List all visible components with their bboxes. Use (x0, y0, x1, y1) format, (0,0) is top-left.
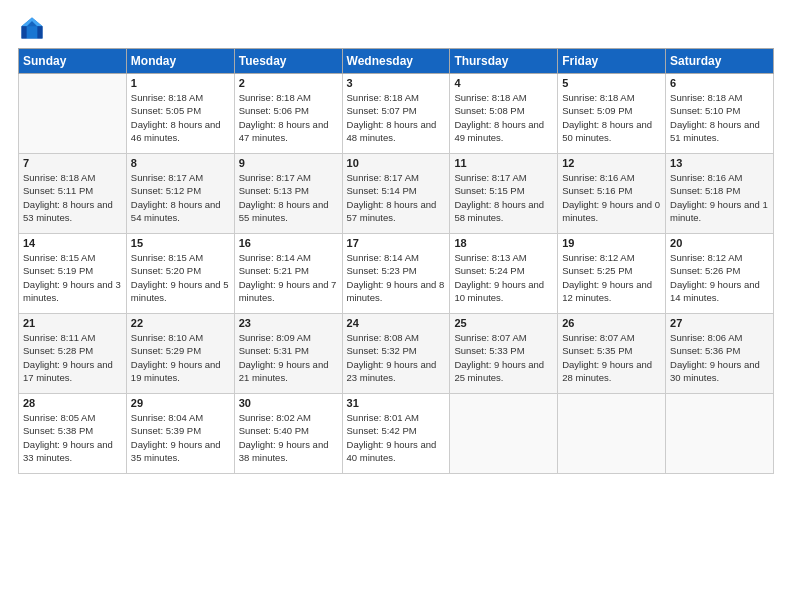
calendar-cell-r0-c2: 2Sunrise: 8:18 AMSunset: 5:06 PMDaylight… (234, 74, 342, 154)
cell-info: Sunrise: 8:04 AMSunset: 5:39 PMDaylight:… (131, 411, 230, 464)
cell-info: Sunrise: 8:16 AMSunset: 5:16 PMDaylight:… (562, 171, 661, 224)
cell-info: Sunrise: 8:18 AMSunset: 5:07 PMDaylight:… (347, 91, 446, 144)
cell-info: Sunrise: 8:18 AMSunset: 5:11 PMDaylight:… (23, 171, 122, 224)
day-number: 28 (23, 397, 122, 409)
cell-info: Sunrise: 8:14 AMSunset: 5:23 PMDaylight:… (347, 251, 446, 304)
calendar-cell-r0-c0 (19, 74, 127, 154)
day-number: 4 (454, 77, 553, 89)
day-number: 17 (347, 237, 446, 249)
cell-info: Sunrise: 8:15 AMSunset: 5:20 PMDaylight:… (131, 251, 230, 304)
calendar-cell-r0-c5: 5Sunrise: 8:18 AMSunset: 5:09 PMDaylight… (558, 74, 666, 154)
weekday-header-wednesday: Wednesday (342, 49, 450, 74)
weekday-header-friday: Friday (558, 49, 666, 74)
calendar-cell-r3-c4: 25Sunrise: 8:07 AMSunset: 5:33 PMDayligh… (450, 314, 558, 394)
calendar-cell-r1-c2: 9Sunrise: 8:17 AMSunset: 5:13 PMDaylight… (234, 154, 342, 234)
cell-info: Sunrise: 8:07 AMSunset: 5:33 PMDaylight:… (454, 331, 553, 384)
weekday-header-thursday: Thursday (450, 49, 558, 74)
calendar-row-0: 1Sunrise: 8:18 AMSunset: 5:05 PMDaylight… (19, 74, 774, 154)
day-number: 19 (562, 237, 661, 249)
cell-info: Sunrise: 8:08 AMSunset: 5:32 PMDaylight:… (347, 331, 446, 384)
svg-marker-2 (37, 26, 42, 38)
day-number: 1 (131, 77, 230, 89)
calendar-cell-r4-c1: 29Sunrise: 8:04 AMSunset: 5:39 PMDayligh… (126, 394, 234, 474)
calendar-row-3: 21Sunrise: 8:11 AMSunset: 5:28 PMDayligh… (19, 314, 774, 394)
calendar-table: SundayMondayTuesdayWednesdayThursdayFrid… (18, 48, 774, 474)
cell-info: Sunrise: 8:10 AMSunset: 5:29 PMDaylight:… (131, 331, 230, 384)
calendar-cell-r1-c3: 10Sunrise: 8:17 AMSunset: 5:14 PMDayligh… (342, 154, 450, 234)
calendar-cell-r2-c4: 18Sunrise: 8:13 AMSunset: 5:24 PMDayligh… (450, 234, 558, 314)
day-number: 22 (131, 317, 230, 329)
calendar-cell-r4-c3: 31Sunrise: 8:01 AMSunset: 5:42 PMDayligh… (342, 394, 450, 474)
calendar-cell-r3-c0: 21Sunrise: 8:11 AMSunset: 5:28 PMDayligh… (19, 314, 127, 394)
header (18, 10, 774, 42)
cell-info: Sunrise: 8:17 AMSunset: 5:13 PMDaylight:… (239, 171, 338, 224)
logo-area (18, 10, 50, 42)
day-number: 27 (670, 317, 769, 329)
calendar-cell-r1-c5: 12Sunrise: 8:16 AMSunset: 5:16 PMDayligh… (558, 154, 666, 234)
calendar-cell-r3-c2: 23Sunrise: 8:09 AMSunset: 5:31 PMDayligh… (234, 314, 342, 394)
cell-info: Sunrise: 8:02 AMSunset: 5:40 PMDaylight:… (239, 411, 338, 464)
day-number: 15 (131, 237, 230, 249)
day-number: 5 (562, 77, 661, 89)
calendar-cell-r0-c1: 1Sunrise: 8:18 AMSunset: 5:05 PMDaylight… (126, 74, 234, 154)
calendar-cell-r3-c6: 27Sunrise: 8:06 AMSunset: 5:36 PMDayligh… (666, 314, 774, 394)
cell-info: Sunrise: 8:05 AMSunset: 5:38 PMDaylight:… (23, 411, 122, 464)
day-number: 2 (239, 77, 338, 89)
day-number: 14 (23, 237, 122, 249)
weekday-header-sunday: Sunday (19, 49, 127, 74)
day-number: 29 (131, 397, 230, 409)
day-number: 12 (562, 157, 661, 169)
day-number: 10 (347, 157, 446, 169)
cell-info: Sunrise: 8:14 AMSunset: 5:21 PMDaylight:… (239, 251, 338, 304)
calendar-cell-r2-c1: 15Sunrise: 8:15 AMSunset: 5:20 PMDayligh… (126, 234, 234, 314)
calendar-row-1: 7Sunrise: 8:18 AMSunset: 5:11 PMDaylight… (19, 154, 774, 234)
cell-info: Sunrise: 8:12 AMSunset: 5:25 PMDaylight:… (562, 251, 661, 304)
weekday-header-row: SundayMondayTuesdayWednesdayThursdayFrid… (19, 49, 774, 74)
day-number: 3 (347, 77, 446, 89)
cell-info: Sunrise: 8:18 AMSunset: 5:06 PMDaylight:… (239, 91, 338, 144)
cell-info: Sunrise: 8:18 AMSunset: 5:05 PMDaylight:… (131, 91, 230, 144)
cell-info: Sunrise: 8:18 AMSunset: 5:10 PMDaylight:… (670, 91, 769, 144)
svg-rect-4 (27, 26, 38, 38)
day-number: 23 (239, 317, 338, 329)
calendar-cell-r2-c3: 17Sunrise: 8:14 AMSunset: 5:23 PMDayligh… (342, 234, 450, 314)
page: SundayMondayTuesdayWednesdayThursdayFrid… (0, 0, 792, 612)
calendar-cell-r4-c5 (558, 394, 666, 474)
calendar-cell-r4-c6 (666, 394, 774, 474)
day-number: 6 (670, 77, 769, 89)
day-number: 20 (670, 237, 769, 249)
day-number: 8 (131, 157, 230, 169)
day-number: 7 (23, 157, 122, 169)
day-number: 30 (239, 397, 338, 409)
day-number: 21 (23, 317, 122, 329)
day-number: 13 (670, 157, 769, 169)
calendar-cell-r1-c6: 13Sunrise: 8:16 AMSunset: 5:18 PMDayligh… (666, 154, 774, 234)
cell-info: Sunrise: 8:16 AMSunset: 5:18 PMDaylight:… (670, 171, 769, 224)
calendar-cell-r3-c1: 22Sunrise: 8:10 AMSunset: 5:29 PMDayligh… (126, 314, 234, 394)
calendar-cell-r1-c4: 11Sunrise: 8:17 AMSunset: 5:15 PMDayligh… (450, 154, 558, 234)
calendar-cell-r1-c0: 7Sunrise: 8:18 AMSunset: 5:11 PMDaylight… (19, 154, 127, 234)
calendar-cell-r0-c6: 6Sunrise: 8:18 AMSunset: 5:10 PMDaylight… (666, 74, 774, 154)
day-number: 18 (454, 237, 553, 249)
calendar-row-2: 14Sunrise: 8:15 AMSunset: 5:19 PMDayligh… (19, 234, 774, 314)
day-number: 26 (562, 317, 661, 329)
calendar-cell-r2-c2: 16Sunrise: 8:14 AMSunset: 5:21 PMDayligh… (234, 234, 342, 314)
calendar-cell-r3-c5: 26Sunrise: 8:07 AMSunset: 5:35 PMDayligh… (558, 314, 666, 394)
svg-marker-3 (22, 26, 27, 38)
day-number: 31 (347, 397, 446, 409)
logo-icon (18, 14, 46, 42)
cell-info: Sunrise: 8:17 AMSunset: 5:14 PMDaylight:… (347, 171, 446, 224)
cell-info: Sunrise: 8:15 AMSunset: 5:19 PMDaylight:… (23, 251, 122, 304)
calendar-cell-r1-c1: 8Sunrise: 8:17 AMSunset: 5:12 PMDaylight… (126, 154, 234, 234)
calendar-cell-r3-c3: 24Sunrise: 8:08 AMSunset: 5:32 PMDayligh… (342, 314, 450, 394)
cell-info: Sunrise: 8:12 AMSunset: 5:26 PMDaylight:… (670, 251, 769, 304)
day-number: 25 (454, 317, 553, 329)
day-number: 16 (239, 237, 338, 249)
cell-info: Sunrise: 8:17 AMSunset: 5:12 PMDaylight:… (131, 171, 230, 224)
calendar-cell-r4-c2: 30Sunrise: 8:02 AMSunset: 5:40 PMDayligh… (234, 394, 342, 474)
day-number: 9 (239, 157, 338, 169)
weekday-header-saturday: Saturday (666, 49, 774, 74)
calendar-cell-r2-c0: 14Sunrise: 8:15 AMSunset: 5:19 PMDayligh… (19, 234, 127, 314)
calendar-cell-r4-c4 (450, 394, 558, 474)
cell-info: Sunrise: 8:09 AMSunset: 5:31 PMDaylight:… (239, 331, 338, 384)
